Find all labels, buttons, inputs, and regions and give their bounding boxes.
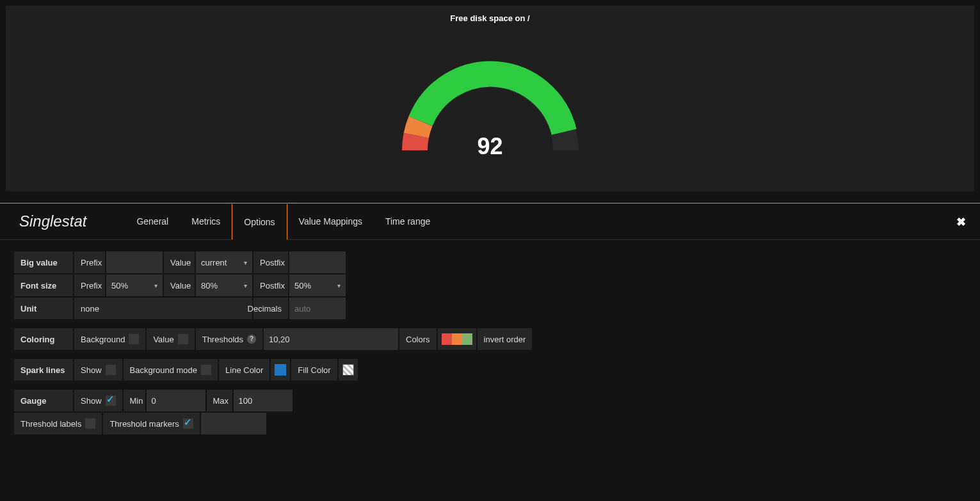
bigvalue-postfix-label: Postfix <box>253 251 288 273</box>
bigvalue-prefix-input[interactable] <box>106 251 163 273</box>
gauge-threshold-row: Threshold labels Threshold markers <box>14 413 980 434</box>
invert-order-button[interactable]: invert order <box>478 328 533 350</box>
fontsize-postfix-label: Postfix <box>253 274 288 296</box>
thresholds-input[interactable] <box>264 328 398 350</box>
unit-row: Unit none Decimals <box>14 298 980 319</box>
threshold-labels-checkbox[interactable] <box>85 418 95 429</box>
tab-metrics[interactable]: Metrics <box>180 203 232 239</box>
bigvalue-section-label: Big value <box>14 251 73 273</box>
panel-editor: Singlestat General Metrics Options Value… <box>0 203 980 434</box>
tab-general[interactable]: General <box>125 203 180 239</box>
help-icon[interactable]: ? <box>247 335 256 344</box>
options-form: Big value Prefix Value current Postfix F… <box>0 239 980 434</box>
decimals-label: Decimals <box>253 298 288 319</box>
spark-show-checkbox[interactable] <box>106 365 116 375</box>
gauge-min-label: Min <box>124 390 145 411</box>
spark-fillcolor-swatch[interactable] <box>339 359 358 381</box>
threshold-markers-checkbox[interactable] <box>183 418 193 429</box>
close-icon[interactable]: ✖ <box>956 215 966 229</box>
spark-linecolor-label: Line Color <box>219 359 269 381</box>
coloring-background-label: Background <box>74 328 145 350</box>
coloring-background-checkbox[interactable] <box>129 334 139 344</box>
fontsize-prefix-select[interactable]: 50% <box>106 274 163 296</box>
spark-linecolor-swatch[interactable] <box>271 359 290 381</box>
bigvalue-row: Big value Prefix Value current Postfix <box>14 251 980 273</box>
gauge-min-input[interactable] <box>147 390 205 411</box>
color-swatch-orange[interactable] <box>452 333 462 345</box>
editor-title: Singlestat <box>19 212 86 230</box>
sparklines-section-label: Spark lines <box>14 359 73 381</box>
spark-fillcolor-label: Fill Color <box>291 359 337 381</box>
editor-header: Singlestat General Metrics Options Value… <box>0 203 980 239</box>
gauge-row: Gauge Show Min Max <box>14 390 980 411</box>
sparklines-row: Spark lines Show Background mode Line Co… <box>14 359 980 381</box>
panel-title: Free disk space on / <box>6 6 974 23</box>
gauge-max-label: Max <box>207 390 232 411</box>
bigvalue-postfix-input[interactable] <box>289 251 346 273</box>
fontsize-section-label: Font size <box>14 274 73 296</box>
gauge-trailing-cell <box>201 413 266 434</box>
color-swatch-green[interactable] <box>462 333 472 345</box>
unit-section-label: Unit <box>14 298 73 319</box>
gauge-show: Show <box>74 390 122 411</box>
gauge-max-input[interactable] <box>234 390 293 411</box>
coloring-row: Coloring Background Value Thresholds ? C… <box>14 328 980 350</box>
color-swatches[interactable] <box>438 328 476 350</box>
threshold-markers: Threshold markers <box>103 413 199 434</box>
tab-time-range[interactable]: Time range <box>374 203 442 239</box>
colors-label: Colors <box>399 328 437 350</box>
gauge-value: 92 <box>388 133 593 160</box>
decimals-input[interactable] <box>289 298 346 319</box>
editor-tabs: General Metrics Options Value Mappings T… <box>125 203 442 239</box>
tab-options[interactable]: Options <box>232 204 287 240</box>
threshold-labels: Threshold labels <box>14 413 102 434</box>
tab-value-mappings[interactable]: Value Mappings <box>287 203 374 239</box>
fontsize-value-select[interactable]: 80% <box>196 274 252 296</box>
gauge-show-checkbox[interactable] <box>106 395 116 406</box>
coloring-value-label: Value <box>147 328 194 350</box>
bigvalue-value-select[interactable]: current <box>196 251 252 273</box>
coloring-value-checkbox[interactable] <box>178 334 188 344</box>
coloring-thresholds-label: Thresholds ? <box>196 328 262 350</box>
color-swatch-red[interactable] <box>442 333 452 345</box>
spark-show: Show <box>74 359 122 381</box>
spark-bgmode-checkbox[interactable] <box>201 365 211 375</box>
fontsize-prefix-label: Prefix <box>74 274 105 296</box>
gauge-section-label: Gauge <box>14 390 73 411</box>
spark-bgmode: Background mode <box>124 359 218 381</box>
unit-value[interactable]: none <box>74 298 252 319</box>
coloring-section-label: Coloring <box>14 328 73 350</box>
bigvalue-value-label: Value <box>164 251 195 273</box>
gauge-chart: 92 <box>388 32 593 160</box>
fontsize-value-label: Value <box>164 274 195 296</box>
bigvalue-prefix-label: Prefix <box>74 251 105 273</box>
fontsize-row: Font size Prefix 50% Value 80% Postfix 5… <box>14 274 980 296</box>
preview-panel: Free disk space on / 92 <box>6 6 974 191</box>
fontsize-postfix-select[interactable]: 50% <box>289 274 346 296</box>
